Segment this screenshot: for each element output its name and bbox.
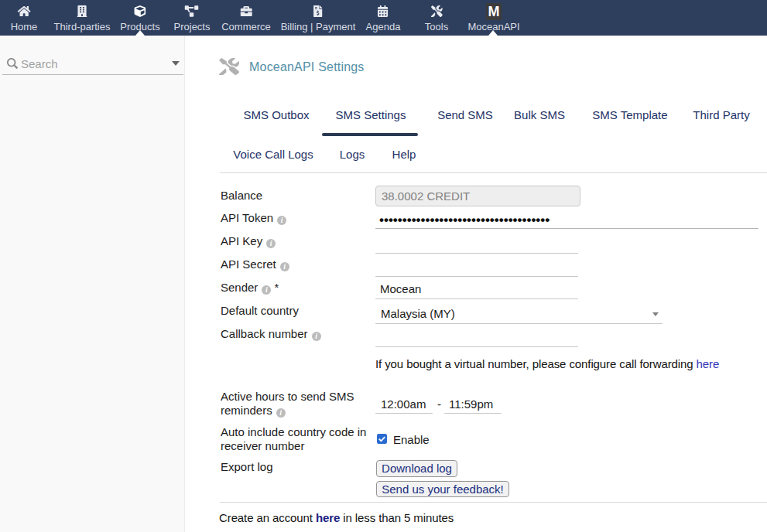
svg-text:M: M [488, 4, 499, 19]
